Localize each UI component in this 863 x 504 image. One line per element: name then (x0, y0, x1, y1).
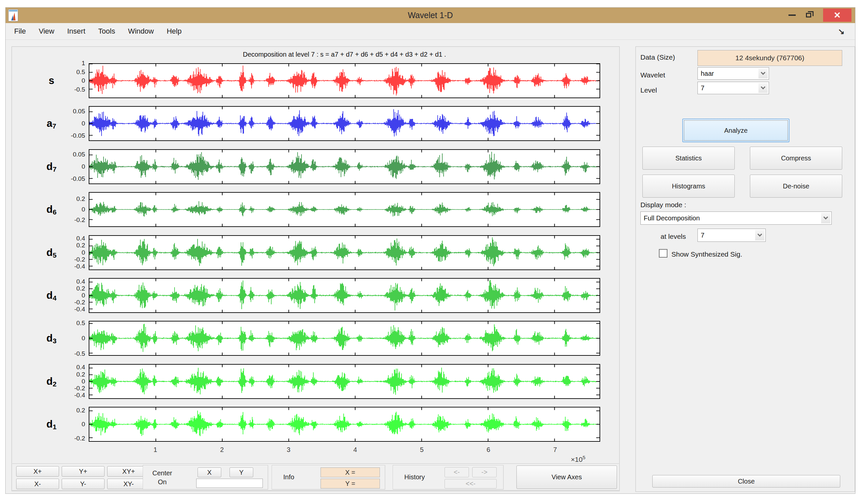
y-tick-label: 0.4 (54, 235, 85, 242)
y-tick-label: 0.4 (54, 278, 85, 285)
menu-items: FileViewInsertToolsWindowHelp (5, 27, 182, 36)
axes-d7 (89, 149, 600, 184)
menu-item-tools[interactable]: Tools (98, 27, 115, 36)
waveform-d6 (89, 193, 600, 226)
denoise-button[interactable]: De-noise (750, 175, 842, 198)
close-icon: ✕ (834, 11, 841, 20)
at-levels-label: at levels (661, 233, 686, 241)
decomposition-title: Decomposition at level 7 : s = a7 + d7 +… (89, 51, 600, 58)
menu-item-help[interactable]: Help (166, 27, 182, 36)
control-panel: Data (Size) 12 4sekundy (767706) Wavelet… (636, 47, 855, 492)
minimize-button[interactable] (785, 9, 800, 22)
menu-item-view[interactable]: View (39, 27, 54, 36)
app-window: Wavelet 1-D ✕ FileViewInsertToolsWindowH… (5, 7, 855, 494)
menu-item-file[interactable]: File (14, 27, 26, 36)
restore-icon (806, 13, 811, 17)
y-tick-label: 0.2 (54, 195, 85, 203)
axes-d6 (89, 192, 600, 227)
zoom-y-minus-button[interactable]: Y- (62, 479, 104, 489)
analyze-button[interactable]: Analyze (682, 119, 789, 142)
waveform-d2 (89, 365, 600, 398)
plot-row-s: s10.50-0.5 (12, 63, 619, 98)
compress-button[interactable]: Compress (750, 146, 842, 170)
history-group: History <- -> <<- (393, 465, 503, 490)
content-area: Decomposition at level 7 : s = a7 + d7 +… (5, 40, 855, 493)
axes-d3 (89, 321, 600, 356)
waveform-d5 (89, 236, 600, 270)
x-axis-exponent: ×105 (571, 455, 585, 464)
history-label: History (404, 473, 425, 481)
restore-button[interactable] (801, 9, 816, 22)
y-tick-label: 1 (54, 60, 85, 67)
y-tick-label: -0.2 (54, 256, 85, 263)
level-dropdown[interactable]: 7 (698, 82, 769, 94)
histograms-button[interactable]: Histograms (642, 175, 735, 198)
chevron-down-icon (759, 68, 768, 78)
axes-a7 (89, 106, 600, 141)
wavelet-dropdown[interactable]: haar (698, 67, 769, 80)
close-button[interactable]: Close (652, 475, 840, 488)
dock-arrow-icon[interactable]: ↘ (838, 27, 845, 36)
y-tick-label: 0 (54, 163, 85, 170)
y-tick-label: -0.2 (54, 299, 85, 306)
plot-row-d7: d70.050-0.05 (12, 149, 619, 184)
axes-s (89, 63, 600, 98)
view-axes-button[interactable]: View Axes (516, 465, 617, 489)
zoom-y-plus-button[interactable]: Y+ (62, 466, 104, 477)
y-tick-label: 0 (54, 120, 85, 127)
waveform-d7 (89, 150, 600, 183)
info-y-field: Y = (321, 479, 380, 489)
show-synthesized-checkbox[interactable] (659, 249, 667, 258)
statistics-button[interactable]: Statistics (642, 146, 735, 170)
center-on-input[interactable] (196, 479, 263, 488)
title-bar: Wavelet 1-D ✕ (5, 8, 855, 23)
chevron-down-icon (759, 83, 768, 93)
y-tick-label: -0.5 (54, 86, 85, 93)
x-tick-label-4: 4 (349, 446, 362, 454)
plot-row-d4: d40.40.20-0.2-0.4 (12, 278, 619, 313)
plot-panel: Decomposition at level 7 : s = a7 + d7 +… (12, 47, 620, 491)
data-size-label: Data (Size) (640, 53, 675, 61)
close-window-button[interactable]: ✕ (823, 9, 851, 22)
axes-d1 (89, 407, 600, 442)
menu-item-insert[interactable]: Insert (67, 27, 85, 36)
x-tick-label-6: 6 (482, 446, 495, 454)
y-tick-label: -0.4 (54, 263, 85, 270)
center-x-button[interactable]: X (198, 467, 221, 477)
x-tick-label-3: 3 (282, 446, 295, 454)
menu-item-window[interactable]: Window (128, 27, 154, 36)
y-tick-label: 0.4 (54, 364, 85, 371)
x-tick-label-1: 1 (149, 446, 162, 454)
level-label: Level (640, 86, 657, 94)
y-tick-label: -0.5 (54, 350, 85, 358)
history-back-button[interactable]: <- (445, 467, 469, 477)
waveform-s (89, 64, 600, 98)
waveform-a7 (89, 107, 600, 140)
info-group: Info X = Y = (272, 465, 385, 490)
y-tick-label: 0 (54, 378, 85, 385)
minimize-icon (788, 14, 796, 16)
at-levels-dropdown[interactable]: 7 (698, 229, 766, 242)
plot-row-d1: d10.20-0.2 (12, 407, 619, 442)
show-synthesized-label: Show Synthesized Sig. (672, 250, 742, 258)
y-tick-label: -0.4 (54, 306, 85, 313)
zoom-x-plus-button[interactable]: X+ (16, 466, 59, 477)
center-on-group: Center On X Y (143, 465, 268, 490)
display-mode-dropdown[interactable]: Full Decomposition (640, 211, 832, 225)
y-tick-label: 0 (54, 292, 85, 299)
axes-d2 (89, 364, 600, 399)
data-size-field: 12 4sekundy (767706) (698, 50, 842, 66)
history-forward-button[interactable]: -> (472, 467, 497, 477)
y-tick-label: 0.5 (54, 320, 85, 327)
at-levels-value: 7 (701, 229, 704, 242)
info-label: Info (283, 473, 294, 481)
center-y-button[interactable]: Y (229, 467, 253, 477)
history-back-all-button[interactable]: <<- (445, 479, 497, 489)
info-x-field: X = (321, 467, 380, 477)
y-tick-label: 0.2 (54, 371, 85, 378)
waveform-d4 (89, 279, 600, 312)
y-tick-label: 0 (54, 421, 85, 428)
zoom-x-minus-button[interactable]: X- (16, 479, 59, 489)
y-tick-label: 0.5 (54, 68, 85, 76)
chevron-down-icon (821, 213, 830, 223)
